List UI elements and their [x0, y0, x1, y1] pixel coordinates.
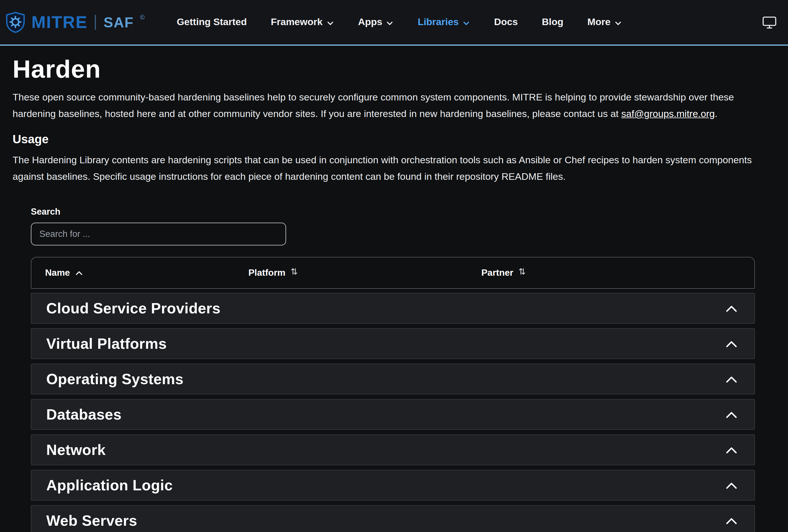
nav-item-label: Docs [494, 17, 518, 28]
main-content: Harden These open source community-based… [0, 55, 788, 532]
chevron-down-icon [327, 19, 334, 26]
mitre-shield-icon [4, 12, 26, 33]
page-title: Harden [13, 55, 775, 83]
usage-paragraph: The Hardening Library contents are harde… [13, 152, 775, 185]
column-header-name[interactable]: Name [45, 268, 249, 278]
chevron-up-icon [726, 340, 737, 347]
section-title: Application Logic [46, 476, 173, 494]
nav-item-label: Libraries [418, 17, 459, 28]
intro-paragraph: These open source community-based harden… [13, 89, 775, 122]
section-row-web-servers[interactable]: Web Servers [31, 505, 755, 532]
sort-updown-icon: ⇅ [291, 267, 298, 277]
column-label: Name [45, 268, 70, 278]
section-title: Network [46, 441, 106, 459]
search-label: Search [31, 207, 755, 217]
nav-item-blog[interactable]: Blog [542, 17, 564, 28]
section-row-cloud-service-providers[interactable]: Cloud Service Providers [31, 293, 755, 324]
primary-nav: Getting StartedFrameworkAppsLibrariesDoc… [177, 17, 622, 28]
monitor-icon [762, 16, 776, 29]
section-title: Operating Systems [46, 370, 183, 388]
saf-harden-page: MITRE SAF © Getting StartedFrameworkApps… [0, 0, 788, 532]
table-header-row: Name Platform ⇅ Partner ⇅ [31, 257, 755, 289]
section-row-virtual-platforms[interactable]: Virtual Platforms [31, 328, 755, 359]
chevron-up-icon [726, 482, 737, 489]
column-label: Platform [249, 268, 285, 278]
nav-item-label: Framework [271, 17, 322, 28]
chevron-up-icon [726, 517, 737, 524]
brand-logo[interactable]: MITRE SAF © [4, 12, 144, 33]
sort-updown-icon: ⇅ [518, 267, 526, 277]
brand-separator [95, 15, 96, 30]
nav-item-more[interactable]: More [587, 17, 622, 28]
table-sections: Cloud Service ProvidersVirtual Platforms… [31, 293, 755, 532]
usage-heading: Usage [13, 132, 775, 146]
section-title: Virtual Platforms [46, 335, 167, 352]
nav-item-getting-started[interactable]: Getting Started [177, 17, 247, 28]
column-header-platform[interactable]: Platform ⇅ [249, 268, 481, 278]
search-input[interactable] [31, 223, 286, 245]
column-header-partner[interactable]: Partner ⇅ [481, 268, 754, 278]
section-title: Cloud Service Providers [46, 300, 220, 317]
sort-ascending-icon [75, 270, 82, 276]
display-mode-toggle[interactable] [762, 16, 776, 29]
nav-item-apps[interactable]: Apps [358, 17, 394, 28]
section-row-application-logic[interactable]: Application Logic [31, 470, 755, 500]
section-row-databases[interactable]: Databases [31, 399, 755, 430]
chevron-down-icon [386, 19, 394, 26]
browser-viewport: MITRE SAF © Getting StartedFrameworkApps… [0, 0, 788, 532]
contact-email-link[interactable]: saf@groups.mitre.org [621, 108, 715, 119]
chevron-up-icon [726, 305, 737, 312]
nav-item-docs[interactable]: Docs [494, 17, 518, 28]
chevron-up-icon [726, 446, 737, 453]
nav-item-label: Getting Started [177, 17, 247, 28]
section-title: Databases [46, 406, 122, 423]
nav-item-label: Blog [542, 17, 564, 28]
nav-item-framework[interactable]: Framework [271, 17, 334, 28]
hardening-table: Name Platform ⇅ Partner ⇅ Cloud Service … [31, 257, 755, 532]
section-title: Web Servers [46, 512, 137, 529]
chevron-down-icon [463, 19, 470, 26]
intro-text-end: . [715, 108, 717, 119]
section-row-operating-systems[interactable]: Operating Systems [31, 364, 755, 394]
nav-item-label: Apps [358, 17, 382, 28]
chevron-up-icon [726, 411, 737, 418]
nav-item-libraries[interactable]: Libraries [418, 17, 470, 28]
brand-copyright-mark: © [140, 14, 145, 21]
nav-item-label: More [587, 17, 610, 28]
brand-mitre-wordmark: MITRE [32, 13, 88, 32]
chevron-up-icon [726, 375, 737, 383]
column-label: Partner [481, 268, 513, 278]
search-table-section: Search Name Platform ⇅ Pa [31, 207, 755, 532]
section-row-network[interactable]: Network [31, 434, 755, 465]
navbar: MITRE SAF © Getting StartedFrameworkApps… [0, 0, 788, 46]
brand-saf-wordmark: SAF [104, 14, 134, 30]
chevron-down-icon [614, 19, 622, 26]
